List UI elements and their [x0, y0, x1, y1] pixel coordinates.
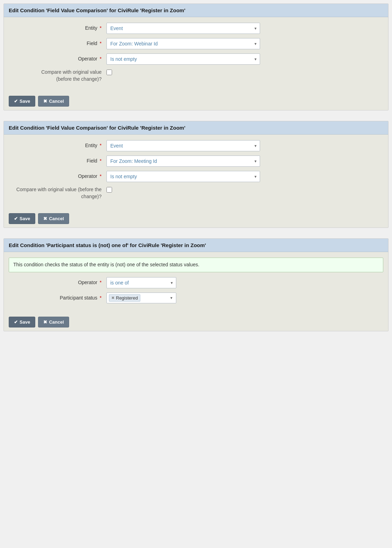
status-tag-select-3[interactable]: ✖ Registered ▼	[106, 293, 176, 303]
entity-label-1: Entity *	[9, 25, 106, 32]
status-row-3: Participant status * ✖ Registered ▼	[9, 293, 383, 303]
operator-select-1[interactable]: Is not empty	[106, 53, 260, 65]
save-icon-1: ✔	[14, 99, 18, 104]
operator-required-3: *	[100, 280, 102, 285]
operator-row-1: Operator * Is not empty	[9, 53, 383, 65]
status-control-3: ✖ Registered ▼	[106, 293, 383, 303]
operator-row-3: Operator * is one of	[9, 277, 383, 288]
info-box-3: This condition checks the status of the …	[9, 258, 383, 272]
field-required-1: *	[100, 41, 102, 46]
tag-remove-icon[interactable]: ✖	[111, 296, 114, 300]
operator-required-1: *	[100, 56, 102, 62]
save-button-1[interactable]: ✔ Save	[9, 96, 35, 107]
compare-checkbox-1[interactable]	[106, 70, 112, 75]
field-select-wrapper-1[interactable]: For Zoom: Webinar Id	[106, 38, 260, 49]
operator-select-wrapper-1[interactable]: Is not empty	[106, 53, 260, 65]
operator-label-2: Operator *	[9, 173, 106, 180]
cancel-button-1[interactable]: ✖ Cancel	[38, 96, 69, 107]
save-label-3: Save	[20, 319, 30, 325]
status-required-3: *	[100, 295, 102, 301]
cancel-label-3: Cancel	[49, 319, 64, 325]
field-label-2: Field *	[9, 158, 106, 165]
panel-2-title: Edit Condition 'Field Value Comparison' …	[9, 125, 185, 131]
cancel-icon-3: ✖	[43, 319, 47, 325]
panel-2-body: Entity * Event Field * For Zoom: Meetin	[4, 135, 388, 210]
tag-label-registered: Registered	[116, 295, 138, 301]
entity-select-wrapper-2[interactable]: Event	[106, 140, 260, 151]
tag-select-arrow-icon: ▼	[170, 296, 173, 300]
panel-2-buttons: ✔ Save ✖ Cancel	[4, 210, 388, 228]
status-tag-registered: ✖ Registered	[109, 294, 140, 302]
cancel-button-3[interactable]: ✖ Cancel	[38, 317, 69, 327]
panel-3: Edit Condition 'Participant status is (n…	[3, 238, 389, 331]
save-button-2[interactable]: ✔ Save	[9, 213, 35, 224]
entity-required-2: *	[100, 143, 102, 148]
operator-control-1: Is not empty	[106, 53, 383, 65]
panel-1-header: Edit Condition 'Field Value Comparison' …	[4, 4, 388, 17]
panel-2-header: Edit Condition 'Field Value Comparison' …	[4, 121, 388, 135]
field-control-2: For Zoom: Meeting Id	[106, 156, 383, 167]
panel-1: Edit Condition 'Field Value Comparison' …	[3, 3, 389, 110]
entity-row-1: Entity * Event	[9, 23, 383, 34]
field-select-2[interactable]: For Zoom: Meeting Id	[106, 156, 260, 167]
entity-required-1: *	[100, 25, 102, 31]
compare-row-1: Compare with original value(before the c…	[9, 69, 383, 82]
status-label-3: Participant status *	[9, 295, 106, 302]
operator-label-1: Operator *	[9, 56, 106, 63]
operator-control-2: Is not empty	[106, 171, 383, 182]
cancel-label-2: Cancel	[49, 216, 64, 221]
entity-row-2: Entity * Event	[9, 140, 383, 151]
save-icon-2: ✔	[14, 216, 18, 221]
entity-label-2: Entity *	[9, 142, 106, 149]
field-row-1: Field * For Zoom: Webinar Id	[9, 38, 383, 49]
entity-control-2: Event	[106, 140, 383, 151]
entity-select-2[interactable]: Event	[106, 140, 260, 151]
field-select-1[interactable]: For Zoom: Webinar Id	[106, 38, 260, 49]
panel-2: Edit Condition 'Field Value Comparison' …	[3, 121, 389, 228]
operator-select-wrapper-2[interactable]: Is not empty	[106, 171, 260, 182]
entity-select-wrapper-1[interactable]: Event	[106, 23, 260, 34]
panel-1-buttons: ✔ Save ✖ Cancel	[4, 92, 388, 110]
info-text-3: This condition checks the status of the …	[13, 262, 199, 267]
cancel-button-2[interactable]: ✖ Cancel	[38, 213, 69, 224]
compare-label-2: Compare with original value (before the …	[9, 186, 106, 200]
panel-3-body: This condition checks the status of the …	[4, 252, 388, 313]
field-select-wrapper-2[interactable]: For Zoom: Meeting Id	[106, 156, 260, 167]
operator-required-2: *	[100, 173, 102, 179]
panel-3-header: Edit Condition 'Participant status is (n…	[4, 239, 388, 252]
save-label-1: Save	[20, 99, 30, 104]
compare-row-2: Compare with original value (before the …	[9, 186, 383, 200]
cancel-label-1: Cancel	[49, 99, 64, 104]
field-required-2: *	[100, 158, 102, 164]
operator-select-3[interactable]: is one of	[106, 277, 176, 288]
field-row-2: Field * For Zoom: Meeting Id	[9, 156, 383, 167]
panel-1-title: Edit Condition 'Field Value Comparison' …	[9, 7, 185, 13]
entity-select-1[interactable]: Event	[106, 23, 260, 34]
compare-control-2	[106, 186, 112, 194]
save-button-3[interactable]: ✔ Save	[9, 317, 35, 327]
field-label-1: Field *	[9, 40, 106, 47]
operator-label-3: Operator *	[9, 279, 106, 286]
save-label-2: Save	[20, 216, 30, 221]
compare-checkbox-2[interactable]	[106, 187, 112, 193]
compare-label-1: Compare with original value(before the c…	[9, 69, 106, 82]
entity-control-1: Event	[106, 23, 383, 34]
field-control-1: For Zoom: Webinar Id	[106, 38, 383, 49]
cancel-icon-2: ✖	[43, 216, 47, 221]
panel-1-body: Entity * Event Field * For Zoom: Webina	[4, 17, 388, 92]
operator-control-3: is one of	[106, 277, 383, 288]
operator-select-2[interactable]: Is not empty	[106, 171, 260, 182]
panel-3-title: Edit Condition 'Participant status is (n…	[9, 242, 206, 248]
operator-row-2: Operator * Is not empty	[9, 171, 383, 182]
operator-select-wrapper-3[interactable]: is one of	[106, 277, 176, 288]
cancel-icon-1: ✖	[43, 99, 47, 104]
compare-control-1	[106, 69, 112, 76]
save-icon-3: ✔	[14, 319, 18, 325]
panel-3-buttons: ✔ Save ✖ Cancel	[4, 313, 388, 331]
